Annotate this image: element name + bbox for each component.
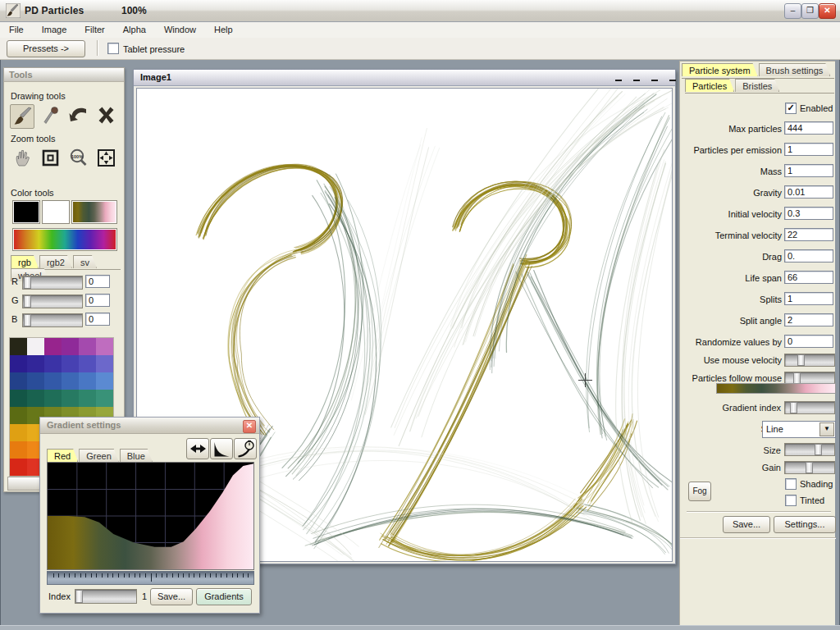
- minimize-button[interactable]: –: [784, 3, 801, 19]
- tab-bristles[interactable]: Bristles: [735, 79, 779, 92]
- palette-cell[interactable]: [10, 459, 27, 476]
- dropper-tool-icon[interactable]: [38, 104, 62, 129]
- palette-cell[interactable]: [96, 390, 113, 407]
- palette-cell[interactable]: [10, 372, 27, 390]
- menu-window[interactable]: Window: [155, 22, 205, 38]
- palette-cell[interactable]: [96, 372, 113, 390]
- shading-checkbox[interactable]: [785, 478, 797, 490]
- tab-particles[interactable]: Particles: [685, 79, 734, 92]
- palette-cell[interactable]: [44, 372, 62, 390]
- restore-button[interactable]: ❐: [801, 3, 819, 19]
- palette-cell[interactable]: [27, 390, 44, 407]
- menu-image[interactable]: Image: [33, 22, 76, 38]
- palette-cell[interactable]: [10, 355, 27, 372]
- frame-tool-icon[interactable]: [38, 147, 62, 171]
- gradient-curve-graph[interactable]: [47, 462, 254, 570]
- gradient-index-slider[interactable]: [784, 401, 835, 414]
- tab-brush-settings[interactable]: Brush settings: [759, 63, 831, 76]
- gradients-button[interactable]: Gradients: [196, 588, 252, 605]
- slider-handle[interactable]: [806, 462, 813, 473]
- panel-save-button[interactable]: Save...: [723, 516, 770, 533]
- gain-slider[interactable]: [784, 461, 835, 474]
- hue-bar[interactable]: [12, 228, 117, 251]
- size-slider[interactable]: [784, 443, 835, 456]
- gradient-window-close-icon[interactable]: ✕: [243, 420, 256, 433]
- field-particles-per-emission[interactable]: 1: [784, 143, 833, 156]
- brush-tool-icon[interactable]: [10, 104, 34, 129]
- palette-cell[interactable]: [96, 338, 113, 355]
- slider-handle[interactable]: [790, 402, 797, 413]
- palette-cell[interactable]: [27, 355, 44, 372]
- field-randomize-values-by[interactable]: 0: [784, 335, 833, 348]
- field-gravity[interactable]: 0.01: [784, 185, 833, 199]
- tab-particle-system[interactable]: Particle system: [682, 63, 758, 76]
- index-slider-handle[interactable]: [75, 590, 83, 603]
- palette-cell[interactable]: [62, 390, 79, 407]
- close-button[interactable]: ✕: [819, 3, 836, 19]
- dropdown-arrow-icon[interactable]: ▼: [819, 422, 834, 436]
- tinted-checkbox[interactable]: [785, 495, 797, 506]
- secondary-color-swatch[interactable]: [42, 200, 70, 224]
- palette-cell[interactable]: [96, 355, 113, 372]
- image-window-titlebar[interactable]: Image1: [134, 70, 675, 86]
- menu-filter[interactable]: Filter: [75, 22, 113, 38]
- zoom-100-tool-icon[interactable]: 100%: [66, 147, 90, 171]
- field-drag[interactable]: 0.: [784, 249, 833, 262]
- rgb-slider-handle[interactable]: [24, 314, 31, 326]
- palette-cell[interactable]: [44, 355, 62, 372]
- menu-alpha[interactable]: Alpha: [114, 22, 155, 38]
- tablet-pressure-checkbox[interactable]: [107, 43, 119, 54]
- palette-cell[interactable]: [79, 338, 96, 355]
- gradient-window-titlebar[interactable]: Gradient settings: [40, 418, 259, 434]
- rgb-value-G[interactable]: 0: [85, 294, 110, 307]
- slider-handle[interactable]: [815, 444, 822, 455]
- gradient-tab-red[interactable]: Red: [47, 449, 78, 462]
- palette-cell[interactable]: [44, 338, 62, 355]
- gradient-preview-bar[interactable]: [716, 383, 836, 394]
- gradient-save-button[interactable]: Save...: [150, 588, 193, 605]
- palette-cell[interactable]: [62, 355, 79, 372]
- palette-cell[interactable]: [79, 390, 96, 407]
- gradient-index-ruler[interactable]: [47, 571, 254, 585]
- style-dropdown[interactable]: Line ▼: [762, 421, 836, 438]
- rgb-value-B[interactable]: 0: [85, 313, 110, 326]
- palette-cell[interactable]: [10, 441, 27, 459]
- menu-help[interactable]: Help: [205, 22, 242, 38]
- tools-panel-header[interactable]: Tools: [4, 68, 124, 82]
- enabled-checkbox[interactable]: ✓: [785, 103, 797, 114]
- curved-arrow-tool-icon[interactable]: [66, 104, 90, 129]
- palette-cell[interactable]: [27, 372, 44, 390]
- palette-cell[interactable]: [79, 372, 96, 390]
- field-terminal-velocity[interactable]: 22: [784, 228, 833, 241]
- panel-settings-button[interactable]: Settings...: [774, 516, 836, 533]
- palette-cell[interactable]: [79, 355, 96, 372]
- pressets-button[interactable]: Pressets ->: [7, 40, 85, 57]
- rgb-value-R[interactable]: 0: [85, 275, 110, 288]
- menu-file[interactable]: File: [0, 22, 33, 38]
- rgb-slider-handle[interactable]: [24, 276, 31, 289]
- color-tab-rgb[interactable]: rgb: [11, 255, 39, 268]
- rgb-slider-handle[interactable]: [24, 295, 31, 308]
- color-tab-sv[interactable]: sv: [73, 255, 97, 268]
- field-initial-velocity[interactable]: 0.3: [784, 207, 833, 220]
- index-slider[interactable]: [75, 589, 137, 604]
- slider-handle[interactable]: [797, 354, 805, 366]
- palette-cell[interactable]: [27, 338, 44, 355]
- palette-cell[interactable]: [44, 390, 62, 407]
- palette-cell[interactable]: [10, 424, 27, 441]
- gradient-tab-green[interactable]: Green: [79, 449, 119, 462]
- palette-cell[interactable]: [10, 338, 27, 355]
- pan-tool-icon[interactable]: [94, 147, 118, 171]
- delete-x-tool-icon[interactable]: [94, 104, 118, 129]
- field-max-particles[interactable]: 444: [784, 121, 833, 135]
- rgb-slider-G[interactable]: [22, 294, 83, 308]
- hand-tool-icon[interactable]: [10, 147, 34, 171]
- palette-cell[interactable]: [10, 407, 27, 424]
- palette-cell[interactable]: [62, 372, 79, 390]
- gradient-swatch[interactable]: [71, 200, 117, 224]
- gradient-tab-blue[interactable]: Blue: [120, 449, 153, 462]
- curve-icon[interactable]: [210, 438, 233, 459]
- palette-cell[interactable]: [10, 390, 27, 407]
- field-splits[interactable]: 1: [784, 292, 833, 305]
- field-life-span[interactable]: 66: [784, 271, 833, 284]
